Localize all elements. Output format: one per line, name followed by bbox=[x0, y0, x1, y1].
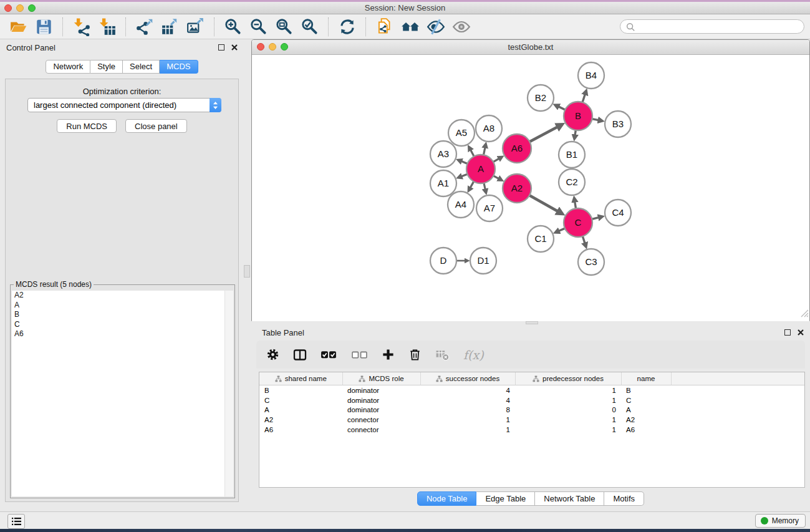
table-cell[interactable]: 0 bbox=[515, 405, 621, 415]
delete-table-button[interactable] bbox=[435, 347, 450, 362]
graph-node-A[interactable]: A bbox=[466, 155, 495, 183]
deselect-all-button[interactable] bbox=[351, 346, 368, 363]
table-cell[interactable]: A bbox=[259, 405, 342, 415]
graph-node-B3[interactable]: B3 bbox=[605, 111, 631, 137]
column-header-name[interactable]: name bbox=[621, 372, 671, 385]
import-network-button[interactable] bbox=[70, 16, 93, 37]
network-maximize-button[interactable] bbox=[281, 43, 288, 51]
close-table-panel-icon[interactable] bbox=[798, 329, 804, 336]
network-minimize-button[interactable] bbox=[269, 43, 276, 51]
graph-node-A1[interactable]: A1 bbox=[430, 170, 456, 196]
delete-button[interactable] bbox=[408, 348, 422, 361]
export-image-button[interactable] bbox=[185, 16, 207, 37]
graph-edge-A-A2[interactable] bbox=[493, 176, 498, 179]
mcds-result-item[interactable]: C bbox=[12, 320, 233, 330]
table-cell[interactable]: 4 bbox=[420, 395, 515, 405]
memory-button[interactable]: Memory bbox=[755, 514, 806, 528]
graph-edge-A-A7[interactable] bbox=[484, 183, 485, 190]
graph-edge-B-B3[interactable] bbox=[592, 119, 599, 120]
table-cell[interactable]: 1 bbox=[515, 425, 621, 435]
mcds-result-item[interactable]: A2 bbox=[12, 291, 233, 301]
table-row[interactable]: Bdominator41B bbox=[259, 385, 804, 395]
table-cell[interactable]: connector bbox=[342, 415, 420, 425]
table-cell[interactable]: 4 bbox=[420, 385, 515, 395]
zoom-in-button[interactable] bbox=[222, 16, 244, 37]
mcds-result-item[interactable]: A bbox=[12, 301, 233, 311]
close-panel-button[interactable]: Close panel bbox=[125, 119, 187, 133]
table-cell[interactable]: 1 bbox=[515, 385, 621, 395]
table-row[interactable]: Cdominator41C bbox=[259, 395, 804, 405]
resize-grip[interactable] bbox=[801, 309, 809, 320]
mcds-result-item[interactable]: A6 bbox=[12, 329, 233, 339]
float-panel-icon[interactable] bbox=[218, 44, 224, 51]
graph-node-B4[interactable]: B4 bbox=[578, 62, 604, 89]
tab-motifs[interactable]: Motifs bbox=[604, 491, 644, 506]
tab-network[interactable]: Network bbox=[46, 60, 90, 74]
graph-node-D[interactable]: D bbox=[430, 248, 456, 274]
tab-node-table[interactable]: Node Table bbox=[417, 491, 477, 506]
show-all-button[interactable] bbox=[450, 16, 473, 37]
hide-selected-button[interactable] bbox=[425, 16, 447, 37]
graph-node-A2[interactable]: A2 bbox=[503, 174, 531, 203]
graph-edge-A-A8[interactable] bbox=[484, 148, 485, 155]
graph-edge-A-A1[interactable] bbox=[461, 174, 467, 177]
graph-node-A7[interactable]: A7 bbox=[476, 195, 503, 221]
table-row[interactable]: A2connector11A2 bbox=[259, 415, 804, 425]
graph-edge-C-C4[interactable] bbox=[592, 218, 599, 220]
table-cell[interactable]: A6 bbox=[259, 425, 342, 435]
minimize-window-button[interactable] bbox=[16, 4, 24, 12]
table-cell[interactable]: A bbox=[621, 405, 671, 415]
table-cell[interactable]: connector bbox=[342, 425, 420, 435]
graph-edge-A6-B[interactable] bbox=[529, 127, 557, 142]
table-cell[interactable]: 1 bbox=[515, 395, 621, 405]
tab-network-table[interactable]: Network Table bbox=[535, 491, 604, 506]
graph-node-B2[interactable]: B2 bbox=[528, 85, 554, 111]
tab-style[interactable]: Style bbox=[90, 60, 123, 74]
table-cell[interactable]: C bbox=[259, 395, 342, 405]
table-cell[interactable]: B bbox=[259, 385, 342, 395]
graph-node-C4[interactable]: C4 bbox=[605, 200, 631, 226]
tab-mcds[interactable]: MCDS bbox=[160, 60, 198, 74]
table-row[interactable]: A6connector11A6 bbox=[259, 425, 804, 435]
column-header-predecessor-nodes[interactable]: predecessor nodes bbox=[515, 372, 621, 385]
graph-node-C1[interactable]: C1 bbox=[528, 226, 554, 252]
graph-edge-C-C3[interactable] bbox=[582, 236, 585, 243]
graph-edge-C-C1[interactable] bbox=[559, 228, 565, 231]
graph-node-D1[interactable]: D1 bbox=[470, 248, 496, 274]
graph-node-C[interactable]: C bbox=[564, 208, 592, 237]
table-cell[interactable]: 8 bbox=[420, 405, 515, 415]
export-network-button[interactable] bbox=[133, 16, 156, 37]
float-table-panel-icon[interactable] bbox=[784, 329, 791, 336]
save-session-button[interactable] bbox=[33, 16, 55, 37]
graph-edge-A2-C[interactable] bbox=[529, 195, 557, 211]
graph-node-A4[interactable]: A4 bbox=[448, 191, 474, 218]
graph-node-A3[interactable]: A3 bbox=[430, 141, 456, 167]
graph-edge-C-C2[interactable] bbox=[575, 202, 576, 209]
table-cell[interactable]: dominator bbox=[342, 395, 420, 405]
column-header-shared-name[interactable]: shared name bbox=[259, 372, 342, 385]
function-builder-button[interactable]: f(x) bbox=[463, 348, 484, 362]
tab-select[interactable]: Select bbox=[123, 60, 160, 74]
graph-edge-A-A4[interactable] bbox=[470, 181, 473, 188]
table-cell[interactable]: dominator bbox=[342, 405, 420, 415]
select-all-button[interactable] bbox=[321, 346, 337, 363]
zoom-selected-button[interactable] bbox=[299, 16, 321, 37]
open-session-button[interactable] bbox=[7, 16, 30, 37]
table-cell[interactable]: 1 bbox=[515, 415, 621, 425]
table-cell[interactable]: dominator bbox=[342, 385, 420, 395]
table-cell[interactable]: A2 bbox=[259, 415, 342, 425]
graph-edge-A-A6[interactable] bbox=[493, 158, 499, 162]
tab-edge-table[interactable]: Edge Table bbox=[476, 491, 535, 506]
vertical-splitter-handle[interactable] bbox=[244, 265, 250, 278]
import-table-button[interactable] bbox=[96, 16, 118, 37]
graph-node-C2[interactable]: C2 bbox=[559, 169, 585, 195]
column-header-MCDS-role[interactable]: MCDS role bbox=[342, 372, 420, 385]
graph-edge-B-B1[interactable] bbox=[575, 130, 576, 135]
close-panel-icon[interactable] bbox=[231, 44, 238, 51]
graph-edge-B-B2[interactable] bbox=[559, 107, 566, 110]
maximize-window-button[interactable] bbox=[28, 4, 36, 12]
criterion-select[interactable]: largest connected component (directed) bbox=[27, 98, 221, 112]
home-button[interactable] bbox=[399, 16, 422, 37]
clone-network-button[interactable] bbox=[374, 16, 396, 37]
table-cell[interactable]: 1 bbox=[420, 425, 515, 435]
